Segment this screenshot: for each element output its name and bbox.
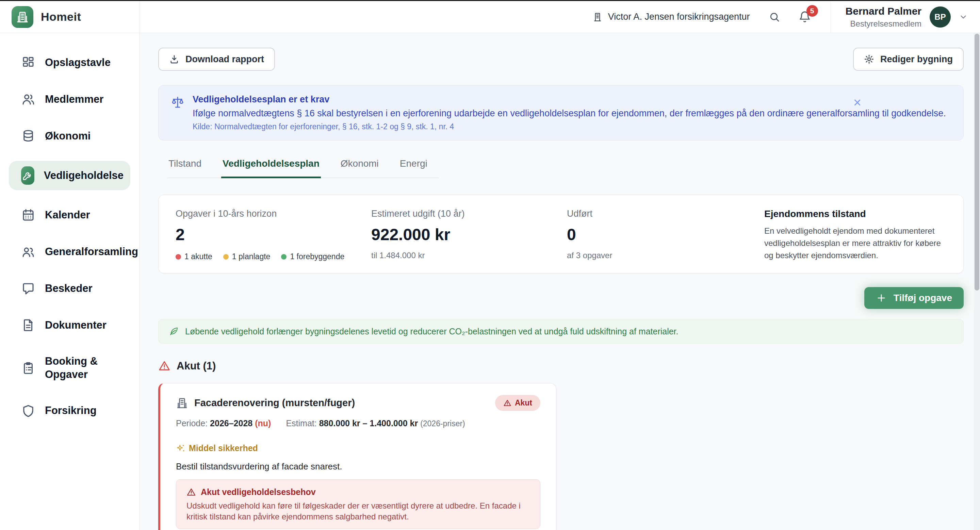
period-label: Periode: [176, 419, 208, 428]
estimate-price-note: (2026-priser) [420, 419, 465, 428]
app-window: Homeit Victor A. Jensen forsikringsagent… [0, 0, 980, 530]
building-icon [176, 397, 188, 409]
stat-estimate-label: Estimeret udgift (10 år) [371, 208, 567, 219]
legend-dot-green [281, 254, 286, 260]
eco-banner-text: Løbende vedligehold forlænger bygningsde… [185, 327, 679, 336]
users-icon [21, 92, 35, 106]
akut-section-title: Akut (1) [177, 360, 216, 372]
calendar-icon [21, 208, 35, 222]
akut-status-badge: Akut [495, 395, 540, 411]
confidence-indicator: Middel sikkerhed [176, 443, 258, 453]
sidebar-item-kalender[interactable]: Kalender [0, 203, 139, 227]
edit-building-button[interactable]: Rediger bygning [853, 48, 964, 71]
tab-vedligeholdelsesplan[interactable]: Vedligeholdelsesplan [221, 158, 321, 178]
task-alert-title: Akut vedligeholdelsesbehov [201, 487, 316, 497]
sidebar-item-medlemmer[interactable]: Medlemmer [0, 87, 139, 111]
stat-tasks-value: 2 [176, 225, 371, 244]
stat-estimate: Estimeret udgift (10 år) 922.000 kr til … [371, 208, 567, 262]
sidebar-item-beskeder[interactable]: Beskeder [0, 276, 139, 300]
legend-dot-yellow [223, 254, 229, 260]
notifications-button[interactable]: 5 [798, 11, 811, 24]
stat-tasks: Opgaver i 10-års horizon 2 1 akutte 1 pl… [176, 208, 371, 262]
stat-done-label: Udført [567, 208, 764, 219]
law-banner-source: Kilde: Normalvedtægten for ejerforeninge… [192, 122, 946, 131]
period-now-flag: (nu) [255, 419, 271, 428]
legend-item-forebyggende: 1 forebyggende [281, 252, 344, 261]
brand-logo-area[interactable]: Homeit [0, 1, 140, 33]
chat-icon [21, 281, 35, 296]
stat-estimate-value: 922.000 kr [371, 225, 567, 244]
add-task-label: Tilføj opgave [894, 292, 952, 303]
legend-item-akutte: 1 akutte [176, 252, 212, 261]
akut-badge-label: Akut [515, 398, 532, 408]
close-icon[interactable]: × [853, 95, 861, 109]
main-content: Download rapport Rediger bygning [140, 33, 980, 530]
scales-icon [171, 95, 185, 131]
warning-triangle-icon [158, 360, 170, 372]
sidebar-item-dokumenter[interactable]: Dokumenter [0, 313, 139, 337]
law-banner-body: Ifølge normalvedtægtens § 16 skal bestyr… [192, 108, 946, 119]
sidebar-item-label: Opslagstavle [45, 56, 111, 70]
user-menu[interactable]: Bernard Palmer Bestyrelsesmedlem BP [830, 1, 980, 33]
task-card[interactable]: Facaderenovering (mursten/fuger) Akut Pe… [158, 383, 556, 530]
sidebar-item-okonomi[interactable]: Økonomi [0, 124, 139, 148]
add-task-row: Tilføj opgave [158, 287, 964, 309]
download-icon [169, 54, 179, 64]
warning-triangle-icon [503, 399, 511, 407]
sidebar-item-opslagstavle[interactable]: Opslagstavle [0, 51, 139, 75]
sidebar-item-booking-opgaver[interactable]: Booking & Opgaver [0, 350, 139, 386]
warning-triangle-icon [186, 487, 196, 497]
shield-icon [21, 404, 35, 418]
top-bar: Homeit Victor A. Jensen forsikringsagent… [0, 1, 980, 33]
edit-building-label: Rediger bygning [880, 54, 953, 65]
confidence-label: Middel sikkerhed [189, 443, 258, 453]
page-toolbar: Download rapport Rediger bygning [158, 48, 964, 71]
sidebar-item-generalforsamling[interactable]: Generalforsamling [0, 240, 139, 263]
leaf-icon [169, 326, 179, 336]
search-button[interactable] [768, 11, 781, 23]
sidebar-item-label: Vedligeholdelse [44, 169, 124, 182]
law-banner-title: Vedligeholdelsesplan er et krav [192, 94, 946, 105]
add-task-button[interactable]: Tilføj opgave [864, 287, 964, 309]
eco-info-banner: Løbende vedligehold forlænger bygningsde… [158, 319, 964, 344]
sidebar-item-label: Beskeder [45, 282, 92, 295]
avatar: BP [930, 6, 951, 27]
vertical-scrollbar[interactable] [974, 33, 980, 530]
legend-label: 1 planlagte [232, 252, 270, 261]
gear-icon [864, 54, 874, 64]
task-alert-box: Akut vedligeholdelsesbehov Udskudt vedli… [176, 479, 540, 529]
scrollbar-thumb[interactable] [975, 34, 979, 290]
sidebar-item-forsikring[interactable]: Forsikring [0, 399, 139, 423]
sidebar-item-label: Kalender [45, 208, 90, 222]
stat-tasks-legend: 1 akutte 1 planlagte 1 forebyggende [176, 252, 371, 261]
sparkles-icon [176, 444, 185, 453]
legend-item-planlagte: 1 planlagte [223, 252, 270, 261]
stat-tasks-label: Opgaver i 10-års horizon [176, 208, 371, 219]
sidebar-item-label: Generalforsamling [45, 245, 138, 259]
download-report-label: Download rapport [185, 54, 264, 65]
tab-energi[interactable]: Energi [398, 158, 429, 178]
task-alert-body: Udskudt vedligehold kan føre til følgesk… [186, 500, 527, 522]
grid-icon [21, 56, 35, 70]
sidebar-item-vedligeholdelse[interactable]: Vedligeholdelse [9, 161, 130, 190]
estimate-label: Estimat: [286, 419, 317, 428]
chevron-down-icon [959, 13, 968, 21]
task-description: Bestil tilstandsvurdering af facade snar… [176, 461, 540, 472]
legend-dot-red [176, 254, 181, 260]
organization-switcher[interactable]: Victor A. Jensen forsikringsagentur [592, 11, 750, 22]
sidebar-item-label: Økonomi [45, 130, 91, 143]
estimate-value: 880.000 kr – 1.400.000 kr [319, 419, 418, 428]
plus-icon [876, 292, 887, 303]
period-value: 2026–2028 [210, 419, 253, 428]
stat-done-value: 0 [567, 225, 764, 244]
tab-okonomi[interactable]: Økonomi [339, 158, 380, 178]
task-card-header: Facaderenovering (mursten/fuger) Akut [176, 395, 540, 411]
download-report-button[interactable]: Download rapport [158, 48, 275, 71]
clipboard-icon [21, 361, 35, 375]
tab-tilstand[interactable]: Tilstand [167, 158, 203, 178]
akut-section-header: Akut (1) [158, 360, 964, 372]
stat-estimate-sub: til 1.484.000 kr [371, 251, 567, 260]
legend-label: 1 forebyggende [290, 252, 344, 261]
sidebar-item-label: Dokumenter [45, 319, 107, 332]
sidebar-item-label: Medlemmer [45, 93, 103, 106]
